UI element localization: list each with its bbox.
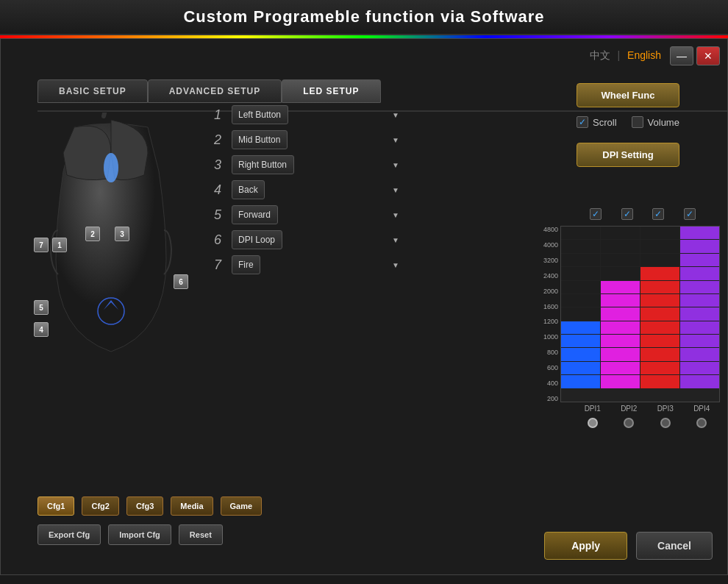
cfg3-button[interactable]: Cfg3 (126, 496, 163, 516)
dpi-cell[interactable] (640, 294, 679, 307)
assign-row-3: 3 Right Button (214, 155, 405, 174)
dpi-cell[interactable] (601, 227, 640, 239)
dpi3-radio[interactable] (660, 418, 671, 428)
dpi-cell[interactable] (601, 294, 640, 307)
assign-select-3[interactable]: Right Button (232, 155, 294, 174)
dpi-cell[interactable] (601, 267, 640, 279)
lang-chinese[interactable]: 中文 (590, 49, 610, 61)
dpi-cell[interactable] (680, 227, 719, 239)
game-button[interactable]: Game (221, 496, 263, 516)
dpi-cell[interactable] (640, 307, 679, 320)
dpi-cell[interactable] (561, 348, 600, 360)
svg-point-0 (104, 153, 118, 182)
export-cfg-button[interactable]: Export Cfg (38, 524, 101, 545)
dpi-cell[interactable] (561, 240, 600, 252)
dpi-cell[interactable] (561, 294, 600, 307)
dpi-cell[interactable] (601, 321, 640, 334)
dpi-cell[interactable] (680, 348, 719, 360)
assign-row-7: 7 Fire (214, 255, 405, 274)
dpi-cell[interactable] (561, 254, 600, 266)
assign-select-2[interactable]: Mid Button (232, 130, 288, 149)
dpi-cell[interactable] (680, 267, 719, 279)
dpi-cell[interactable] (680, 307, 719, 320)
scroll-checkbox[interactable] (577, 116, 588, 128)
close-button[interactable]: ✕ (696, 46, 720, 65)
dpi-cell[interactable] (680, 375, 719, 388)
mouse-btn-4: 4 (34, 322, 49, 337)
wheel-func-button[interactable]: Wheel Func (577, 83, 679, 107)
dpi-cell[interactable] (561, 375, 600, 388)
dpi-cell[interactable] (680, 254, 719, 266)
assign-select-7[interactable]: Fire (232, 255, 260, 274)
dpi-setting-button[interactable]: DPI Setting (577, 143, 679, 167)
dpi-cell[interactable] (640, 362, 679, 374)
dpi1-radio[interactable] (588, 418, 598, 428)
dpi-cell[interactable] (640, 348, 679, 360)
assign-row-1: 1 Left Button (214, 105, 405, 124)
import-cfg-button[interactable]: Import Cfg (108, 524, 171, 545)
assign-row-5: 5 Forward (214, 205, 405, 224)
tab-advanced-setup[interactable]: ADVANCED SETUP (148, 79, 282, 103)
assign-select-5[interactable]: Forward (232, 205, 278, 224)
dpi-cell[interactable] (680, 294, 719, 307)
dpi2-label: DPI2 (621, 405, 637, 413)
dpi3-checkbox[interactable] (652, 208, 664, 220)
dpi-cell[interactable] (561, 335, 600, 347)
apply-button[interactable]: Apply (544, 532, 627, 560)
dpi-cell[interactable] (601, 375, 640, 388)
dpi-cell[interactable] (640, 321, 679, 334)
dpi-cell[interactable] (601, 362, 640, 374)
mouse-btn-3: 3 (115, 227, 129, 241)
cfg1-button[interactable]: Cfg1 (38, 496, 74, 516)
dpi-cell[interactable] (561, 362, 600, 374)
dpi2-radio[interactable] (624, 418, 634, 428)
dpi-cell[interactable] (680, 240, 719, 252)
dpi-cell[interactable] (680, 321, 719, 334)
tab-basic-setup[interactable]: BASIC SETUP (38, 79, 148, 103)
dpi-radio-row (543, 415, 720, 428)
config-buttons: Cfg1 Cfg2 Cfg3 Media Game (38, 496, 262, 516)
dpi-cell[interactable] (640, 375, 679, 388)
dpi-cell[interactable] (561, 227, 600, 239)
dpi-cell[interactable] (601, 281, 640, 293)
cancel-button[interactable]: Cancel (636, 532, 713, 560)
dpi-cell[interactable] (601, 254, 640, 266)
dpi1-checkbox[interactable] (590, 208, 602, 220)
dpi4-radio[interactable] (696, 418, 707, 428)
media-button[interactable]: Media (171, 496, 213, 516)
dpi-cell[interactable] (640, 281, 679, 293)
dpi-grid[interactable] (560, 226, 720, 402)
dpi-cell[interactable] (561, 307, 600, 320)
assign-select-6[interactable]: DPI Loop (232, 230, 282, 249)
dpi-cell[interactable] (640, 335, 679, 347)
assign-row-6: 6 DPI Loop (214, 230, 405, 249)
dpi-cell[interactable] (680, 281, 719, 293)
dpi-cell[interactable] (601, 307, 640, 320)
dpi-cell[interactable] (601, 348, 640, 360)
reset-button[interactable]: Reset (179, 524, 223, 545)
dpi-cell[interactable] (601, 335, 640, 347)
dpi-cell[interactable] (640, 227, 679, 239)
language-selector: 中文 | English (590, 49, 661, 63)
assign-select-1[interactable]: Left Button (232, 105, 288, 124)
cfg2-button[interactable]: Cfg2 (82, 496, 118, 516)
tab-led-setup[interactable]: LED SETUP (282, 79, 380, 103)
lang-english[interactable]: English (627, 49, 661, 61)
dpi-cell[interactable] (561, 281, 600, 293)
apply-cancel-area: Apply Cancel (544, 532, 713, 560)
dpi-cell[interactable] (561, 321, 600, 334)
dpi-cell[interactable] (680, 335, 719, 347)
dpi-cell[interactable] (680, 362, 719, 374)
dpi-cell[interactable] (561, 267, 600, 279)
dpi-cell[interactable] (640, 267, 679, 279)
dpi-cell[interactable] (601, 240, 640, 252)
dpi-cell[interactable] (640, 240, 679, 252)
dpi2-checkbox[interactable] (621, 208, 633, 220)
dpi4-checkbox[interactable] (684, 208, 696, 220)
assign-select-wrap-1: Left Button (232, 105, 405, 124)
volume-checkbox[interactable] (632, 116, 643, 128)
dpi-col-labels: DPI1 DPI2 DPI3 DPI4 (543, 402, 720, 415)
dpi-cell[interactable] (640, 254, 679, 266)
assign-select-4[interactable]: Back (232, 180, 265, 199)
minimize-button[interactable]: — (670, 46, 693, 65)
